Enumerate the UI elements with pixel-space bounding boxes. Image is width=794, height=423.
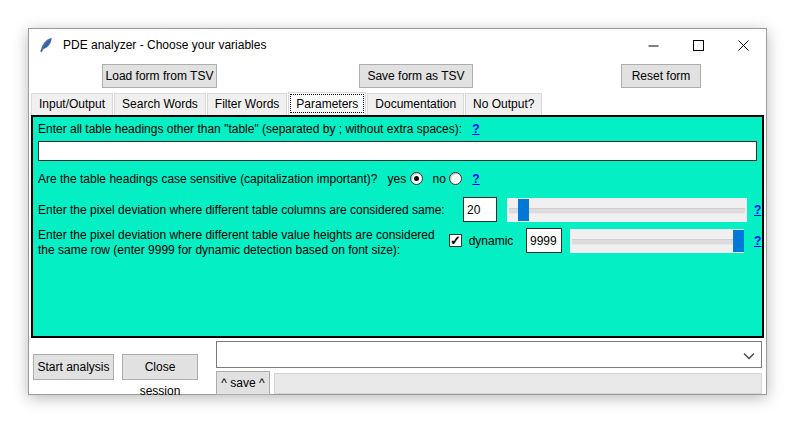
tab-input-output[interactable]: Input/Output (31, 93, 113, 115)
row-deviation-label-line1: Enter the pixel deviation where differen… (38, 228, 435, 243)
maximize-icon (693, 40, 704, 51)
save-session-input[interactable] (274, 373, 762, 394)
title-bar[interactable]: PDE analyzer - Choose your variables (29, 29, 766, 61)
row-deviation-slider[interactable] (570, 229, 744, 253)
case-sensitive-row: Are the table headings case sensitive (c… (38, 172, 480, 187)
footer-bar: Start analysis Close session ^ save ^ (29, 338, 766, 394)
case-sensitive-label: Are the table headings case sensitive (c… (38, 172, 378, 186)
minimize-button[interactable] (631, 29, 676, 61)
yes-radio[interactable] (410, 172, 423, 185)
dynamic-checkbox-row: dynamic (449, 234, 513, 249)
no-radio-label: no (433, 172, 446, 186)
help-link-row[interactable]: ? (754, 234, 761, 249)
table-headings-label-text: Enter all table headings other than "tab… (38, 122, 462, 136)
tab-search-words[interactable]: Search Words (114, 93, 206, 115)
tab-documentation[interactable]: Documentation (367, 93, 464, 115)
table-headings-input[interactable] (38, 141, 757, 161)
save-form-button[interactable]: Save form as TSV (359, 64, 473, 88)
close-session-button[interactable]: Close session (122, 354, 198, 380)
session-combobox[interactable] (216, 341, 762, 368)
row-slider-thumb[interactable] (733, 230, 744, 252)
form-toolbar: Load form from TSV Save form as TSV Rese… (29, 61, 766, 91)
col-deviation-input[interactable] (463, 197, 497, 222)
dynamic-checkbox[interactable] (449, 234, 462, 247)
notebook-tabs: Input/Output Search Words Filter Words P… (29, 91, 766, 115)
dynamic-checkbox-label: dynamic (469, 234, 514, 248)
table-headings-label: Enter all table headings other than "tab… (38, 122, 479, 137)
close-button[interactable] (721, 29, 766, 61)
load-form-button[interactable]: Load form from TSV (102, 64, 217, 88)
chevron-down-icon[interactable] (741, 348, 757, 364)
yes-radio-label: yes (388, 172, 407, 186)
start-analysis-button[interactable]: Start analysis (33, 354, 114, 380)
tab-parameters[interactable]: Parameters (288, 92, 366, 115)
col-deviation-label: Enter the pixel deviation where differen… (38, 203, 445, 218)
tab-filter-words[interactable]: Filter Words (207, 93, 287, 115)
row-deviation-label-line2: the same row (enter 9999 for dynamic det… (38, 243, 400, 258)
window-title: PDE analyzer - Choose your variables (63, 38, 266, 52)
help-link-col[interactable]: ? (754, 203, 761, 218)
python-feather-icon (39, 37, 54, 53)
tab-no-output[interactable]: No Output? (465, 93, 542, 115)
col-slider-thumb[interactable] (518, 199, 529, 221)
help-link-headings[interactable]: ? (472, 122, 479, 136)
app-window: PDE analyzer - Choose your variables Loa… (28, 28, 767, 395)
parameters-panel: Enter all table headings other than "tab… (31, 115, 764, 338)
save-session-button[interactable]: ^ save ^ (216, 371, 270, 395)
col-deviation-slider[interactable] (507, 198, 747, 222)
reset-form-button[interactable]: Reset form (621, 64, 701, 88)
close-icon (738, 40, 749, 51)
maximize-button[interactable] (676, 29, 721, 61)
row-deviation-input[interactable] (526, 228, 562, 253)
no-radio[interactable] (449, 172, 462, 185)
help-link-case[interactable]: ? (472, 172, 479, 186)
minimize-icon (648, 40, 659, 51)
